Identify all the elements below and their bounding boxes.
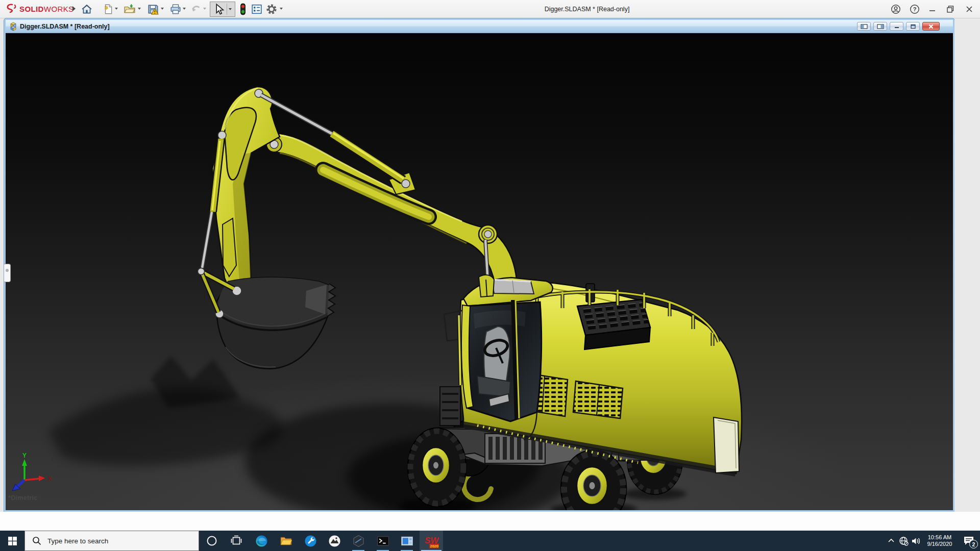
open-button[interactable] xyxy=(122,2,137,16)
notification-badge: 2 xyxy=(969,540,978,548)
select-tool-button[interactable] xyxy=(210,2,235,17)
print-button[interactable] xyxy=(168,2,183,16)
restore-button[interactable] xyxy=(943,2,958,16)
new-dropdown-arrow[interactable] xyxy=(115,8,118,10)
account-button[interactable] xyxy=(888,2,903,16)
collapsed-panel-tab[interactable] xyxy=(4,264,11,282)
tray-date: 9/16/2020 xyxy=(924,541,955,547)
hexagon-app-button[interactable] xyxy=(347,531,370,551)
windows-logo-icon xyxy=(8,537,17,545)
task-view-button[interactable] xyxy=(225,531,248,551)
select-divider xyxy=(227,4,227,15)
search-icon xyxy=(32,536,41,545)
options-button[interactable] xyxy=(264,2,279,16)
open-dropdown-arrow[interactable] xyxy=(138,8,141,10)
close-icon xyxy=(965,5,973,13)
solidworks-taskbar-button[interactable]: SW 2020 xyxy=(420,531,443,551)
save-icon xyxy=(148,4,159,15)
undo-button[interactable] xyxy=(189,2,204,16)
select-cursor-icon xyxy=(212,3,226,15)
restore-icon xyxy=(946,5,954,13)
undo-dropdown-arrow[interactable] xyxy=(203,8,206,10)
volume-button[interactable] xyxy=(910,531,922,551)
print-icon xyxy=(170,4,181,15)
solidworks-application: SOLIDWORKS xyxy=(0,0,980,551)
hidden-icons-button[interactable] xyxy=(885,531,897,551)
doc-close-icon xyxy=(928,24,934,29)
remote-window-button[interactable] xyxy=(395,531,419,551)
app-window-title: Digger.SLDASM * [Read-only] xyxy=(541,0,633,18)
edge-icon xyxy=(255,535,268,547)
doc-minimize-button[interactable] xyxy=(890,22,903,31)
wrench-tool-button[interactable] xyxy=(299,531,322,551)
doc-pane-left-button[interactable] xyxy=(857,22,871,31)
windows-taskbar: SW 2020 xyxy=(0,531,980,551)
globe-no-internet-icon xyxy=(899,536,909,546)
cortana-button[interactable] xyxy=(200,531,224,551)
pane-left-icon xyxy=(861,24,868,29)
terminal-icon xyxy=(377,535,389,547)
sw-year: 2020 xyxy=(430,544,439,548)
home-button[interactable] xyxy=(80,2,94,16)
network-button[interactable] xyxy=(897,531,910,551)
save-dropdown-arrow[interactable] xyxy=(161,8,164,10)
taskbar-search[interactable] xyxy=(24,531,199,551)
photos-button[interactable] xyxy=(323,531,346,551)
report-list-icon xyxy=(251,4,262,15)
brand-works: WORKS xyxy=(44,5,74,13)
new-document-button[interactable] xyxy=(101,2,115,16)
edge-button[interactable] xyxy=(250,531,273,551)
system-tray: 10:56 AM 9/16/2020 2 xyxy=(885,531,980,551)
orientation-triad[interactable]: Y X xyxy=(9,450,60,499)
solidworks-app-icon: SW 2020 xyxy=(424,533,439,548)
app-titlebar: SOLIDWORKS xyxy=(0,0,980,18)
document-titlebar[interactable]: Digger.SLDASM * [Read-only] xyxy=(6,20,953,33)
solidworks-logo[interactable]: SOLIDWORKS xyxy=(5,4,74,15)
options-dropdown-arrow[interactable] xyxy=(280,8,283,10)
remote-window-icon xyxy=(401,535,413,547)
photos-icon xyxy=(328,535,341,547)
taskbar-clock[interactable]: 10:56 AM 9/16/2020 xyxy=(924,534,955,547)
excavator-model xyxy=(6,33,953,510)
doc-pane-right-button[interactable] xyxy=(873,22,887,31)
home-icon xyxy=(81,4,92,15)
rebuild-button[interactable] xyxy=(236,2,250,16)
doc-close-button[interactable] xyxy=(922,22,940,31)
app-background-right xyxy=(954,18,980,531)
speaker-icon xyxy=(911,536,921,546)
undo-icon xyxy=(191,4,202,15)
triangle-pin xyxy=(218,131,226,139)
front-wheel xyxy=(408,428,466,507)
new-document-icon xyxy=(103,4,113,15)
brand-solid: SOLID xyxy=(19,5,44,13)
close-button[interactable] xyxy=(962,2,977,16)
document-window: Digger.SLDASM * [Read-only] xyxy=(4,18,954,512)
print-dropdown-arrow[interactable] xyxy=(183,8,186,10)
graphics-viewport[interactable]: Y X *Dimetric xyxy=(6,33,953,510)
doc-restore-button[interactable] xyxy=(906,22,920,31)
evaluate-button[interactable] xyxy=(250,2,264,16)
brand-expand-arrow[interactable] xyxy=(72,6,76,11)
hexagon-app-icon xyxy=(352,535,365,547)
help-button[interactable]: ? xyxy=(907,2,922,16)
stick-arm xyxy=(212,87,280,287)
document-title: Digger.SLDASM * [Read-only] xyxy=(20,20,110,33)
boom-arm xyxy=(266,133,517,298)
select-dropdown-arrow[interactable] xyxy=(229,8,232,10)
view-orientation-label: *Dimetric xyxy=(8,494,38,502)
save-button[interactable] xyxy=(146,2,160,16)
gear-icon xyxy=(266,4,277,15)
triad-x-label: X xyxy=(48,475,52,482)
minimize-button[interactable] xyxy=(925,2,940,16)
search-input[interactable] xyxy=(47,537,185,545)
pane-right-icon xyxy=(877,24,884,29)
file-explorer-button[interactable] xyxy=(274,531,298,551)
start-button[interactable] xyxy=(0,531,24,551)
doc-restore-icon xyxy=(910,24,916,29)
file-explorer-icon xyxy=(280,535,292,547)
terminal-button[interactable] xyxy=(371,531,395,551)
account-icon xyxy=(891,4,901,14)
task-view-icon xyxy=(231,535,242,546)
doc-minimize-icon xyxy=(894,24,900,29)
action-center-button[interactable]: 2 xyxy=(958,531,980,551)
